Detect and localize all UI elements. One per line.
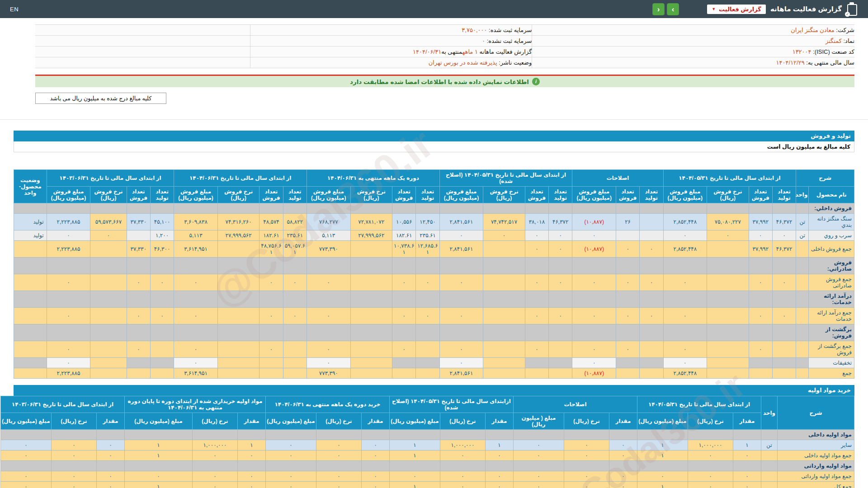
unit-cell [796, 324, 809, 341]
value-cell: ۲,۸۵۲,۴۴۸ [663, 214, 707, 230]
value-cell [483, 368, 525, 379]
column-group-header: شرح [796, 170, 854, 187]
column-header: نرخ (ریال) [316, 413, 361, 430]
row-label: مواد اولیه وارداتی [778, 461, 854, 471]
value-cell [416, 341, 439, 358]
value-cell: ۰ [47, 341, 90, 358]
column-header: تعداد فروش [616, 187, 639, 203]
value-cell: ۰ [564, 440, 609, 450]
value-cell: ۴۶,۳۷۲ [549, 214, 572, 230]
value-cell: ۱ [237, 440, 265, 450]
value-cell: (۱۰,۸۸۷) [572, 368, 616, 379]
value-cell [707, 203, 749, 214]
value-cell [90, 241, 127, 258]
value-cell: ۰ [733, 471, 761, 482]
value-cell: ۰ [440, 471, 485, 482]
value-cell: ۷۵,۰۸۰,۲۲۷ [707, 214, 749, 230]
value-cell: ۰ [439, 341, 483, 358]
value-cell: ۰ [316, 471, 361, 482]
unit-cell [796, 241, 809, 258]
value-cell [749, 203, 772, 214]
amounts-unit-button[interactable]: کلیه مبالغ درج شده به میلیون ریال می باش… [35, 93, 166, 104]
company-info-row: سال مالی منتهی به: ۱۴۰۴/۱۲/۲۹وضعیت ناشر:… [35, 57, 854, 68]
value-cell: ۰ [127, 274, 150, 291]
value-cell [416, 291, 439, 308]
value-cell: (۱۰,۸۸۷) [572, 214, 616, 230]
value-cell: ۰ [283, 308, 307, 324]
report-type-dropdown[interactable]: گزارش فعالیت ▼ [707, 5, 766, 14]
column-header: مبلغ فروش (میلیون ریال) [439, 187, 483, 203]
value-cell: ۰ [525, 241, 548, 258]
value-cell: ۲۳۵.۶۱ [283, 230, 307, 241]
table-row: تخفیفات۰۰۰۰۰۰ [14, 358, 854, 368]
column-header: مبلغ (میلیون ریال) [124, 413, 192, 430]
value-cell [616, 291, 639, 308]
value-cell [361, 430, 389, 440]
value-cell [350, 291, 392, 308]
value-cell [217, 203, 259, 214]
value-cell [416, 258, 439, 274]
value-cell [151, 341, 174, 358]
row-label: جمع فروش صادراتی [809, 274, 854, 291]
value-cell [151, 358, 174, 368]
value-cell: ۰ [572, 274, 616, 291]
value-cell: ۰ [663, 341, 707, 358]
value-cell [663, 203, 707, 214]
value-cell [483, 203, 525, 214]
column-header: نرخ (ریال) [51, 413, 96, 430]
value-cell: ۲,۲۲۳,۸۸۵ [47, 241, 90, 258]
value-cell [51, 430, 96, 440]
value-cell [688, 461, 733, 471]
value-cell: ۰ [564, 482, 609, 488]
unit-cell [761, 482, 778, 488]
value-cell: ۰ [688, 450, 733, 461]
value-cell [749, 291, 772, 308]
column-header: مقدار [361, 413, 389, 430]
value-cell: ۰ [361, 471, 389, 482]
value-cell [350, 241, 392, 258]
row-label: جمع مواد اولیه داخلی [778, 450, 854, 461]
value-cell [772, 341, 796, 358]
column-header: نرخ (ریال) [688, 413, 733, 430]
info-field: گزارش فعالیت ماهانه ۱ ماههمنتهی به۱۴۰۴/۰… [250, 47, 532, 57]
value-cell: ۰ [151, 274, 174, 291]
value-cell [127, 368, 150, 379]
value-cell [640, 324, 663, 341]
value-cell: ۱,۰۰۰,۰۰۰ [440, 440, 485, 450]
info-field: وضعیت ناشر: پذیرفته شده در بورس تهران [250, 57, 532, 68]
value-cell [217, 274, 259, 291]
column-header: مقدار [733, 413, 761, 430]
product-status-cell [14, 308, 47, 324]
value-cell: ۱ [389, 440, 440, 450]
value-cell [707, 241, 749, 258]
product-status-cell [14, 241, 47, 258]
value-cell [151, 368, 174, 379]
value-cell: ۰ [549, 230, 572, 241]
column-group-header: دوره یک ماهه منتهی به ۱۴۰۴/۰۶/۳۱ [307, 170, 439, 187]
language-switch-en[interactable]: EN [10, 6, 19, 13]
value-cell [392, 358, 416, 368]
value-cell [127, 258, 150, 274]
product-status-cell [14, 324, 47, 341]
value-cell [124, 461, 192, 471]
value-cell [616, 324, 639, 341]
info-value: ۱ ماهه [462, 48, 478, 55]
value-cell: ۰ [663, 308, 707, 324]
column-header: نرخ فروش (ریال) [483, 187, 525, 203]
value-cell: ۱ [637, 482, 688, 488]
value-cell: ۰ [174, 308, 218, 324]
next-report-button[interactable]: › [667, 3, 679, 15]
row-label: جمع کل [778, 482, 854, 488]
value-cell [749, 258, 772, 274]
value-cell [237, 461, 265, 471]
column-group-header: از ابتدای سال مالی تا تاریخ ۱۴۰۳/۰۶/۳۱ [0, 396, 124, 413]
value-cell [640, 341, 663, 358]
value-cell [217, 324, 259, 341]
value-cell [90, 291, 127, 308]
value-cell [217, 358, 259, 368]
previous-report-button[interactable]: ‹ [652, 3, 665, 15]
value-cell: ۰ [90, 230, 127, 241]
table-row: جمع برگشت از فروش۰۰۰۰۰۰۰۰۰۰۰۰ [14, 341, 854, 358]
value-cell: ۰ [772, 230, 796, 241]
value-cell: ۷۴,۷۴۲,۵۱۷ [483, 214, 525, 230]
